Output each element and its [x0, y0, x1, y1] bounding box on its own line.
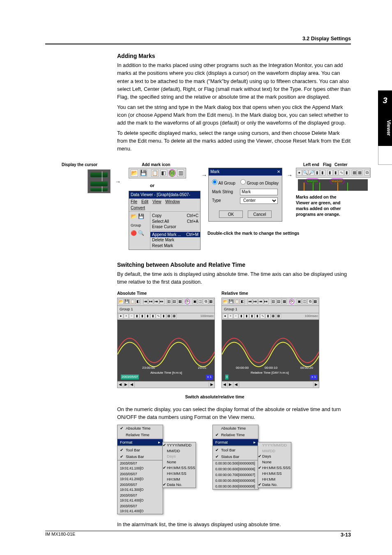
- menu-item-statusbar[interactable]: ✔Status Bar: [118, 453, 163, 460]
- bar-icon[interactable]: ▮: [150, 314, 155, 319]
- menu-item-toolbar[interactable]: ✔Tool Bar: [213, 447, 258, 453]
- view-icon[interactable]: ▦: [282, 299, 287, 304]
- bar-icon[interactable]: ▮: [315, 170, 320, 176]
- menu-item-statusbar[interactable]: ✔Status Bar: [213, 453, 258, 460]
- grid-icon[interactable]: ▦: [357, 170, 362, 176]
- submenu-item[interactable]: None: [258, 459, 291, 465]
- copy-icon[interactable]: 📋: [130, 299, 135, 304]
- copy-icon[interactable]: 📋: [234, 299, 240, 304]
- menu-item-delete-mark[interactable]: Delete Mark: [152, 237, 198, 243]
- submenu-item[interactable]: HH:MM:SS: [258, 471, 291, 476]
- menu-item-format[interactable]: Format▸: [213, 439, 258, 446]
- bar-icon[interactable]: ▮: [255, 314, 260, 319]
- cancel-button[interactable]: Cancel: [248, 210, 272, 218]
- nav-icon[interactable]: ⏮: [258, 299, 263, 304]
- menu-item-select-all[interactable]: Select AllCtrl+A: [152, 219, 198, 224]
- window-icon[interactable]: ⧉: [307, 299, 312, 304]
- copy-icon[interactable]: 📋: [151, 169, 159, 177]
- zoom-out-icon[interactable]: 🔎: [309, 170, 314, 176]
- grid-icon[interactable]: ▦: [166, 314, 171, 319]
- zoom-in-icon[interactable]: +: [228, 314, 233, 319]
- menu-item-absolute-time[interactable]: Absolute Time: [213, 425, 258, 432]
- record-icon[interactable]: ●: [118, 314, 123, 319]
- submenu-item[interactable]: ✔HH:MM:SS.SSS: [163, 465, 196, 471]
- view-icon[interactable]: ▥: [271, 299, 276, 304]
- wave-icon[interactable]: ∿: [260, 314, 265, 319]
- bar-icon[interactable]: ▮: [265, 314, 270, 319]
- bar-icon[interactable]: ▮: [134, 314, 139, 319]
- grid-icon[interactable]: ▦: [276, 314, 281, 319]
- bar-icon[interactable]: ▮: [327, 170, 333, 176]
- nav-icon[interactable]: ⏭: [264, 299, 269, 304]
- submenu-item[interactable]: None: [163, 459, 196, 465]
- scrollbar[interactable]: ◀▶ ◀▶: [221, 382, 319, 388]
- window-icon[interactable]: ◫: [198, 299, 203, 304]
- nav-icon[interactable]: ⏮: [143, 299, 148, 304]
- auto-icon[interactable]: ◧: [136, 299, 141, 304]
- grid-icon[interactable]: ▦: [172, 314, 177, 319]
- grid-icon[interactable]: ▥: [177, 169, 184, 177]
- group-tab[interactable]: Group 1: [117, 306, 215, 313]
- zoom-out-icon[interactable]: −: [233, 314, 238, 319]
- radio-all-group[interactable]: All Group: [212, 179, 235, 187]
- menu-item-toolbar[interactable]: ✔Tool Bar: [118, 447, 163, 453]
- radio-group-on-display[interactable]: Group on Display: [240, 179, 279, 187]
- submenu-item[interactable]: ✔YYYY/MM/DD: [163, 442, 196, 448]
- close-icon[interactable]: ✕: [277, 169, 280, 175]
- zoom-in-icon[interactable]: 🔍: [302, 170, 308, 176]
- window-icon[interactable]: ▦: [313, 299, 318, 304]
- mark-string-input[interactable]: [240, 189, 278, 195]
- submenu-item[interactable]: HH:MM:SS: [163, 471, 196, 476]
- save-icon[interactable]: 💾: [140, 169, 147, 177]
- menu-convert[interactable]: Convert: [131, 205, 145, 211]
- auto-icon[interactable]: ◧: [160, 169, 167, 177]
- time-mode-icon[interactable]: ⟳: [289, 299, 294, 304]
- append-mark-icon[interactable]: Ⓜ: [169, 169, 176, 177]
- submenu-item[interactable]: ✔Data No.: [163, 482, 196, 488]
- record-icon[interactable]: ●: [297, 170, 302, 176]
- view-icon[interactable]: ▤: [277, 299, 281, 304]
- nav-icon[interactable]: ⏮: [154, 299, 159, 304]
- view-icon[interactable]: ▦: [178, 299, 182, 304]
- menu-item-relative-time[interactable]: Relative Time: [118, 432, 163, 438]
- submenu-item[interactable]: MM/DD: [163, 448, 196, 454]
- grid-icon[interactable]: ▦: [352, 170, 357, 176]
- bar-icon[interactable]: ▮: [344, 170, 350, 176]
- wave-icon[interactable]: ∿: [339, 170, 344, 176]
- view-icon[interactable]: ▤: [172, 299, 177, 304]
- group-tab[interactable]: Group 1: [221, 306, 319, 313]
- window-icon[interactable]: ▣: [192, 299, 197, 304]
- type-select[interactable]: Center: [240, 197, 278, 204]
- menu-view[interactable]: View: [152, 199, 161, 205]
- nav-icon[interactable]: ⏮: [247, 299, 252, 304]
- submenu-item[interactable]: HH:MM: [258, 476, 291, 482]
- bar-icon[interactable]: ▮: [333, 170, 339, 176]
- window-icon[interactable]: ▣: [297, 299, 302, 304]
- record-icon[interactable]: ●: [223, 314, 228, 319]
- save-icon[interactable]: 💾: [228, 299, 234, 304]
- open-icon[interactable]: 📂: [223, 299, 228, 304]
- menu-item-absolute-time[interactable]: ✔Absolute Time: [118, 425, 163, 432]
- nav-icon[interactable]: ⏭: [148, 299, 153, 304]
- menu-edit[interactable]: Edit: [141, 199, 148, 205]
- nav-icon[interactable]: ⏭: [253, 299, 258, 304]
- ok-button[interactable]: OK: [219, 210, 243, 218]
- bar-icon[interactable]: ▮: [244, 314, 249, 319]
- menu-item-reset-mark[interactable]: Reset Mark: [152, 243, 198, 249]
- auto-icon[interactable]: ◧: [240, 299, 245, 304]
- submenu-item[interactable]: HH:MM: [163, 476, 196, 482]
- time-mode-icon[interactable]: ⟳: [185, 299, 190, 304]
- menu-item-relative-time[interactable]: ✔Relative Time: [213, 432, 258, 438]
- bar-icon[interactable]: ▮: [161, 314, 166, 319]
- nav-icon[interactable]: ⏭: [159, 299, 164, 304]
- menu-item-append-mark[interactable]: Append Mark ...Ctrl+M: [150, 232, 200, 238]
- label-icon[interactable]: ⧉: [364, 170, 370, 176]
- bar-icon[interactable]: ▮: [145, 314, 150, 319]
- menu-window[interactable]: Window: [165, 199, 180, 205]
- grid-icon[interactable]: ▦: [271, 314, 276, 319]
- open-icon[interactable]: 📂: [131, 169, 138, 177]
- submenu-item[interactable]: ✔Days: [258, 453, 291, 459]
- window-icon[interactable]: ⧉: [203, 299, 208, 304]
- menu-item-format[interactable]: Format▸: [118, 439, 163, 446]
- menu-item-copy[interactable]: CopyCtrl+C: [152, 213, 198, 219]
